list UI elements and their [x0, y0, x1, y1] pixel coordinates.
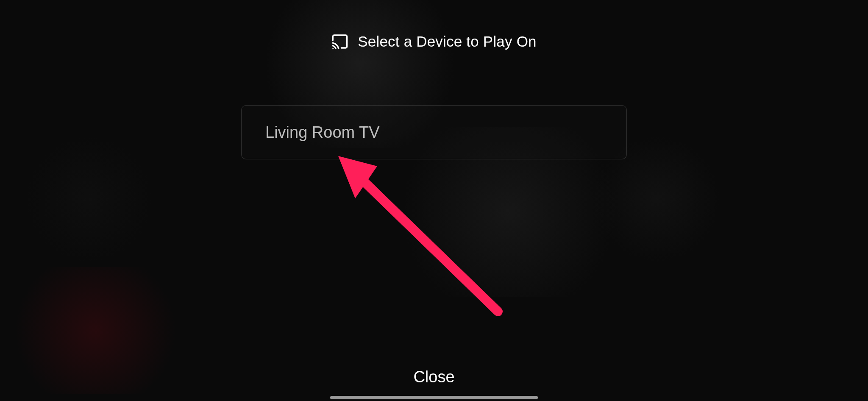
device-name-label: Living Room TV: [265, 123, 380, 142]
close-button[interactable]: Close: [0, 359, 868, 390]
device-item-living-room-tv[interactable]: Living Room TV: [241, 105, 627, 159]
dialog-title: Select a Device to Play On: [358, 33, 537, 50]
device-selector-overlay: Select a Device to Play On Living Room T…: [0, 0, 868, 401]
home-indicator[interactable]: [330, 396, 538, 399]
cast-icon: [331, 34, 348, 49]
dialog-header: Select a Device to Play On: [331, 33, 537, 50]
svg-point-0: [333, 48, 334, 49]
device-list: Living Room TV: [241, 105, 627, 159]
